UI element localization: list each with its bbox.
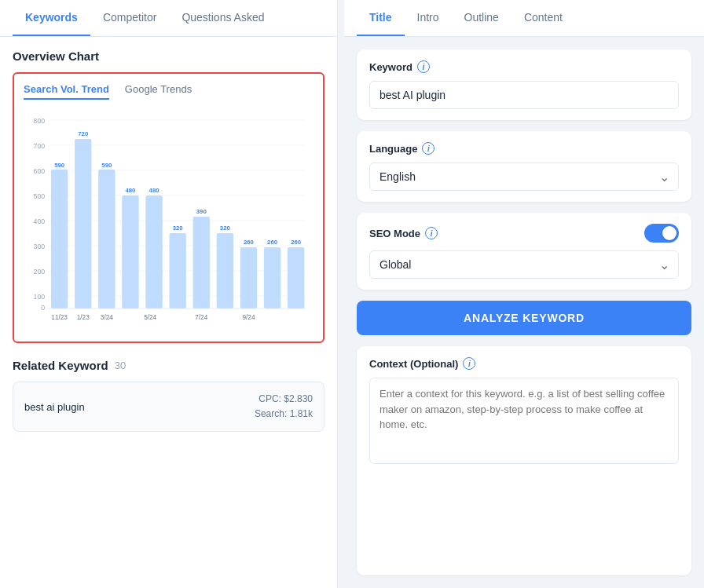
seo-mode-info-icon[interactable]: i [425,227,438,239]
context-info-icon[interactable]: i [463,357,475,370]
right-content: Keyword i Language i English Spanish Fre… [344,37,704,588]
right-tab-bar: Title Intro Outline Content [344,0,704,37]
svg-text:9/24: 9/24 [242,313,255,321]
keyword-input[interactable] [369,81,679,109]
svg-text:300: 300 [34,243,46,250]
svg-text:400: 400 [34,217,46,225]
seo-mode-dropdown-wrapper: Global Local National ⌄ [369,250,679,279]
svg-rect-23 [98,170,115,309]
context-textarea[interactable] [369,378,679,464]
svg-rect-28 [145,195,162,309]
right-panel: Title Intro Outline Content Keyword i La… [344,0,704,588]
language-label: Language i [369,142,679,155]
language-field-group: Language i English Spanish French German… [357,131,691,202]
svg-text:3/24: 3/24 [101,313,113,321]
svg-rect-38 [240,247,257,309]
chart-svg: 800 700 600 500 400 300 200 100 0 590 11… [24,112,314,332]
language-select-wrapper: English Spanish French German ⌄ [369,163,679,191]
svg-text:7/24: 7/24 [195,313,207,321]
chart-tab-bar: Search Vol. Trend Google Trends [24,83,314,100]
context-field-group: Context (Optional) i [357,346,691,575]
svg-text:320: 320 [173,225,184,232]
svg-text:720: 720 [78,130,89,137]
keyword-field-group: Keyword i [357,49,691,120]
language-select[interactable]: English Spanish French German [369,163,679,191]
tab-questions-asked[interactable]: Questions Asked [169,0,277,36]
svg-text:480: 480 [125,187,136,194]
svg-text:480: 480 [149,187,160,194]
bar-chart: 800 700 600 500 400 300 200 100 0 590 11… [24,112,314,332]
svg-text:600: 600 [34,167,46,175]
svg-text:590: 590 [101,162,112,169]
svg-text:260: 260 [267,239,278,246]
keyword-item-name: best ai plugin [24,401,85,413]
keyword-label: Keyword i [369,60,679,73]
svg-rect-26 [122,195,138,309]
chart-tab-google-trends[interactable]: Google Trends [125,83,192,100]
analyze-keyword-button[interactable]: ANALYZE KEYWORD [357,301,691,335]
tab-outline[interactable]: Outline [452,0,512,36]
svg-text:500: 500 [34,192,46,200]
seo-scope-select-wrapper: Global Local National ⌄ [369,250,679,279]
svg-rect-33 [193,217,210,309]
svg-text:800: 800 [34,117,46,125]
related-keyword-section: Related Keyword 30 best ai plugin CPC: $… [13,359,324,432]
svg-rect-43 [288,247,304,309]
svg-text:390: 390 [196,208,207,215]
panel-divider [338,0,344,588]
tab-competitor[interactable]: Competitor [90,0,169,36]
left-tab-bar: Keywords Competitor Questions Asked [0,0,337,37]
keyword-info-icon[interactable]: i [417,60,430,73]
svg-rect-36 [217,233,233,309]
related-keyword-header: Related Keyword 30 [13,359,324,372]
svg-text:260: 260 [291,239,302,246]
seo-mode-toggle[interactable] [644,224,679,243]
svg-text:11/23: 11/23 [51,313,68,321]
svg-text:0: 0 [41,304,45,312]
seo-mode-field-group: SEO Mode i Global Local National ⌄ [357,213,691,290]
svg-text:700: 700 [34,142,46,150]
related-keyword-count: 30 [115,360,126,371]
svg-rect-31 [169,233,185,309]
left-panel: Keywords Competitor Questions Asked Over… [0,0,338,588]
svg-text:320: 320 [220,225,231,232]
tab-content[interactable]: Content [512,0,575,36]
related-keyword-title: Related Keyword [13,359,108,372]
tab-intro[interactable]: Intro [405,0,452,36]
keyword-list-item[interactable]: best ai plugin CPC: $2.830 Search: 1.81k [13,382,324,432]
keyword-search: Search: 1.81k [255,407,313,422]
tab-keywords[interactable]: Keywords [13,0,90,36]
svg-text:200: 200 [34,268,46,276]
language-info-icon[interactable]: i [422,142,434,155]
keyword-item-stats: CPC: $2.830 Search: 1.81k [255,392,313,422]
seo-mode-row: SEO Mode i [369,224,679,243]
keyword-cpc: CPC: $2.830 [255,392,313,407]
overview-chart-title: Overview Chart [13,49,324,63]
svg-text:260: 260 [244,239,255,246]
svg-text:1/23: 1/23 [77,313,90,321]
chart-container: Search Vol. Trend Google Trends 800 7 [13,72,324,343]
context-label: Context (Optional) i [369,357,679,370]
seo-scope-select[interactable]: Global Local National [369,250,679,279]
svg-rect-20 [75,139,91,309]
svg-rect-17 [51,170,68,309]
svg-rect-41 [264,247,280,309]
svg-text:100: 100 [34,293,46,301]
svg-text:590: 590 [54,162,65,169]
svg-text:5/24: 5/24 [144,313,156,321]
seo-mode-label: SEO Mode i [369,227,438,239]
chart-tab-search-vol[interactable]: Search Vol. Trend [24,83,109,100]
left-content: Overview Chart Search Vol. Trend Google … [0,37,337,588]
tab-title[interactable]: Title [357,0,405,36]
